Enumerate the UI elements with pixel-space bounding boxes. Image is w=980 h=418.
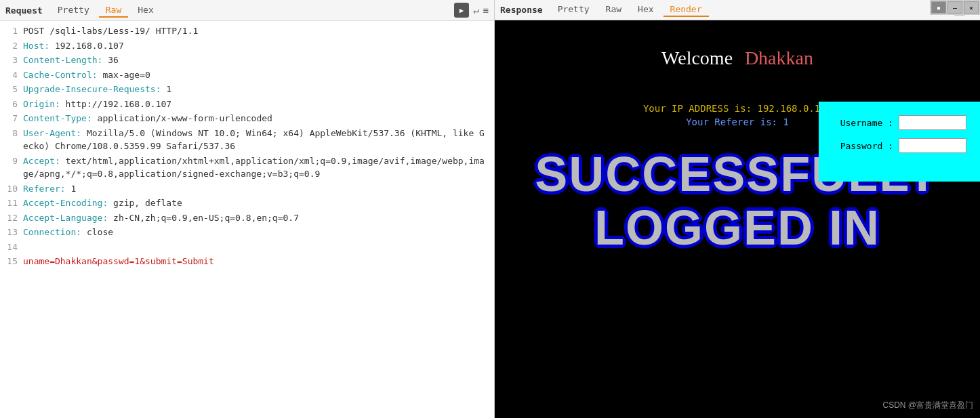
- success-text-line2: LOGGED IN: [508, 201, 966, 255]
- tab-render-response[interactable]: Render: [663, 3, 709, 17]
- request-code-area[interactable]: 1 POST /sqli-labs/Less-19/ HTTP/1.1 2 Ho…: [0, 21, 494, 418]
- welcome-text: Welcome: [661, 47, 733, 68]
- tab-pretty-request[interactable]: Pretty: [51, 3, 96, 18]
- code-line-5: 5 Upgrade-Insecure-Requests: 1: [0, 82, 494, 97]
- code-line-13: 13 Connection: close: [0, 225, 494, 240]
- request-panel-header: Request Pretty Raw Hex ▶ ↵ ≡: [0, 0, 494, 21]
- welcome-section: Welcome Dhakkan: [495, 20, 980, 83]
- tab-hex-response[interactable]: Hex: [631, 3, 660, 17]
- username-label: Username :: [832, 118, 893, 128]
- username-input[interactable]: [899, 115, 966, 130]
- code-line-8: 8 User-Agent: Mozilla/5.0 (Windows NT 10…: [0, 126, 494, 154]
- request-tab-bar: Pretty Raw Hex: [51, 3, 454, 18]
- response-panel-header: Response Pretty Raw Hex Render ≡ ⬜ ✕: [495, 0, 980, 20]
- code-line-3: 3 Content-Length: 36: [0, 53, 494, 68]
- code-line-7: 7 Content-Type: application/x-www-form-u…: [0, 111, 494, 126]
- request-tab-actions: ▶ ↵ ≡: [454, 3, 489, 18]
- code-line-14: 14: [0, 240, 494, 255]
- username-row: Username :: [832, 115, 966, 130]
- right-panel: Response Pretty Raw Hex Render ≡ ⬜ ✕ Wel…: [495, 0, 980, 418]
- code-line-10: 10 Referer: 1: [0, 182, 494, 196]
- main-container: Request Pretty Raw Hex ▶ ↵ ≡ 1 POST /sql…: [0, 0, 980, 418]
- code-line-4: 4 Cache-Control: max-age=0: [0, 68, 494, 83]
- tab-pretty-response[interactable]: Pretty: [551, 3, 596, 17]
- newline-icon[interactable]: ↵: [473, 5, 478, 16]
- response-title: Response: [500, 5, 543, 15]
- password-row: Password :: [832, 138, 966, 153]
- response-tab-bar: Pretty Raw Hex Render: [551, 3, 944, 17]
- code-line-6: 6 Origin: http://192.168.0.107: [0, 97, 494, 112]
- format-button[interactable]: ▶: [454, 3, 469, 18]
- window-btn-3[interactable]: ✕: [964, 1, 979, 14]
- left-panel: Request Pretty Raw Hex ▶ ↵ ≡ 1 POST /sql…: [0, 0, 495, 418]
- code-line-15: 15 uname=Dhakkan&passwd=1&submit=Submit: [0, 254, 494, 269]
- password-input[interactable]: [899, 138, 966, 153]
- code-line-12: 12 Accept-Language: zh-CN,zh;q=0.9,en-US…: [0, 211, 494, 226]
- window-controls: ▪ — ✕: [930, 0, 980, 15]
- login-form: Username : Password :: [819, 102, 980, 182]
- response-render-area: Welcome Dhakkan Username : Password : Yo…: [495, 20, 980, 418]
- menu-icon[interactable]: ≡: [483, 5, 489, 16]
- tab-raw-request[interactable]: Raw: [99, 3, 128, 18]
- request-title: Request: [5, 5, 43, 16]
- watermark: CSDN @富贵满堂喜盈门: [882, 400, 973, 411]
- code-line-11: 11 Accept-Encoding: gzip, deflate: [0, 196, 494, 211]
- window-btn-1[interactable]: ▪: [931, 1, 946, 14]
- code-line-2: 2 Host: 192.168.0.107: [0, 39, 494, 54]
- welcome-name: Dhakkan: [745, 47, 813, 68]
- code-line-1: 1 POST /sqli-labs/Less-19/ HTTP/1.1: [0, 24, 494, 39]
- window-btn-2[interactable]: —: [947, 1, 962, 14]
- code-line-9: 9 Accept: text/html,application/xhtml+xm…: [0, 154, 494, 182]
- password-label: Password :: [832, 141, 893, 151]
- tab-raw-response[interactable]: Raw: [599, 3, 628, 17]
- tab-hex-request[interactable]: Hex: [131, 3, 160, 18]
